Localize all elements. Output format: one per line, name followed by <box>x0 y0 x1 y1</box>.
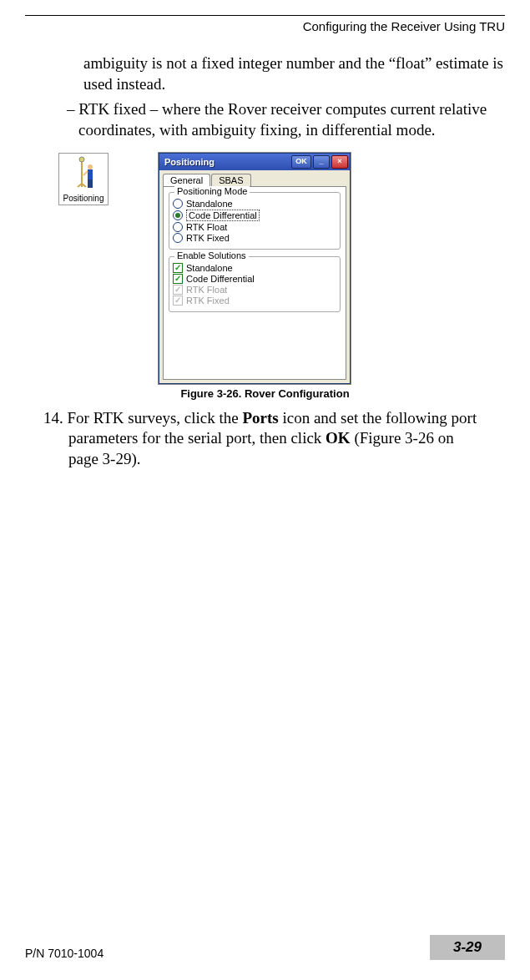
enable-solutions-group: Enable Solutions Standalone Code Differe… <box>169 256 341 312</box>
positioning-dialog: Positioning OK _ × General SBAS Position… <box>159 153 351 384</box>
ok-button[interactable]: OK <box>291 155 311 169</box>
enable-solutions-title: Enable Solutions <box>174 250 249 260</box>
radio-code-differential[interactable]: Code Differential <box>173 210 335 221</box>
dialog-title: Positioning <box>164 157 290 167</box>
page-header: Configuring the Receiver Using TRU <box>25 19 505 33</box>
close-button[interactable]: × <box>331 155 348 169</box>
rtk-fixed-definition: – RTK fixed – where the Rover receiver c… <box>67 99 505 140</box>
svg-point-1 <box>79 157 84 162</box>
surveyor-icon <box>59 154 108 194</box>
paragraph-continuation: ambiguity is not a fixed integer number … <box>83 53 505 94</box>
dialog-titlebar[interactable]: Positioning OK _ × <box>159 154 350 170</box>
svg-point-4 <box>88 164 93 169</box>
positioning-mode-title: Positioning Mode <box>174 186 250 196</box>
positioning-desktop-icon[interactable]: Positioning <box>58 153 109 205</box>
radio-icon <box>173 222 183 232</box>
svg-rect-5 <box>88 169 93 179</box>
svg-line-8 <box>83 171 88 175</box>
check-standalone[interactable]: Standalone <box>173 263 335 273</box>
radio-rtk-fixed[interactable]: RTK Fixed <box>173 233 335 243</box>
radio-standalone[interactable]: Standalone <box>173 199 335 209</box>
radio-icon <box>173 233 183 243</box>
tab-general[interactable]: General <box>163 174 210 186</box>
radio-icon <box>173 199 183 209</box>
minimize-button[interactable]: _ <box>313 155 330 169</box>
radio-icon <box>173 210 183 220</box>
checkbox-icon <box>173 285 183 295</box>
checkbox-icon <box>173 296 183 306</box>
tab-sbas[interactable]: SBAS <box>211 174 250 186</box>
part-number: P/N 7010-1004 <box>25 947 103 960</box>
check-rtk-float: RTK Float <box>173 285 335 295</box>
page-number: 3-29 <box>430 935 505 960</box>
check-code-differential[interactable]: Code Differential <box>173 274 335 284</box>
positioning-mode-group: Positioning Mode Standalone Code Differe… <box>169 192 341 250</box>
checkbox-icon <box>173 263 183 273</box>
svg-rect-7 <box>90 179 93 188</box>
check-rtk-fixed: RTK Fixed <box>173 296 335 306</box>
step-14: 14. For RTK surveys, click the Ports ico… <box>43 408 480 470</box>
positioning-icon-label: Positioning <box>59 194 108 203</box>
radio-rtk-float[interactable]: RTK Float <box>173 222 335 232</box>
svg-rect-6 <box>88 179 90 188</box>
checkbox-icon <box>173 274 183 284</box>
figure-caption: Figure 3-26. Rover Configuration <box>25 387 505 400</box>
